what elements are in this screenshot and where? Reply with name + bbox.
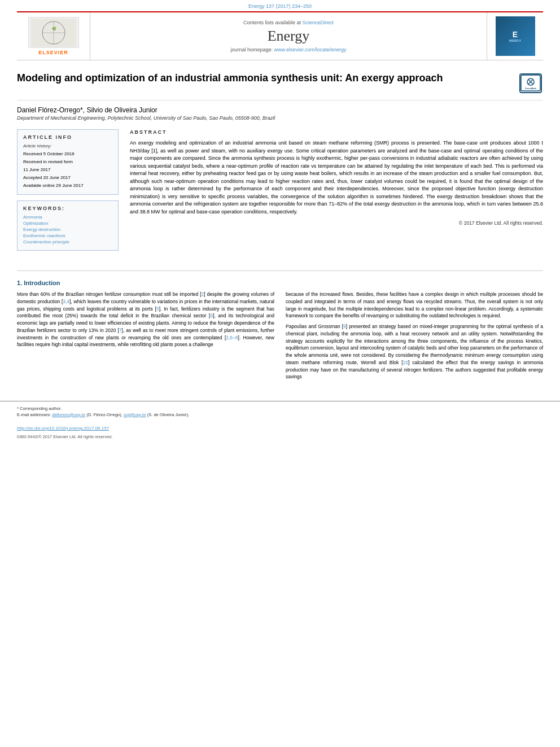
- accepted-value: Accepted 20 June 2017: [23, 175, 71, 180]
- elsevier-logo: 🌿 ELSEVIER: [28, 17, 79, 55]
- citation-text: Energy 137 (2017) 234–250: [248, 3, 312, 9]
- affiliation: Department of Mechanical Engineering, Po…: [17, 115, 543, 121]
- email-1-link[interactable]: daflorezo@usp.br: [52, 412, 85, 417]
- science-direct-anchor[interactable]: ScienceDirect: [303, 20, 334, 25]
- online-value: Available online 29 June 2017: [23, 183, 84, 188]
- ref-6-link[interactable]: 6: [210, 313, 213, 318]
- elsevier-label: ELSEVIER: [38, 50, 68, 55]
- issn-line: 0360-5442/© 2017 Elsevier Ltd. All right…: [0, 433, 560, 440]
- svg-text:CrossMark: CrossMark: [524, 87, 536, 90]
- journal-header-left: 🌿 ELSEVIER: [17, 12, 90, 60]
- page-wrapper: Energy 137 (2017) 234–250 🌿 ELSEVIER: [0, 0, 560, 440]
- main-content: Modeling and optimization of an industri…: [0, 60, 560, 262]
- article-info-box: ARTICLE INFO Article history: Received 5…: [17, 129, 119, 195]
- intro-heading: 1. Introduction: [17, 279, 543, 286]
- two-column-layout: ARTICLE INFO Article history: Received 5…: [17, 129, 543, 251]
- authors: Daniel Flórez-Orrego*, Silvio de Oliveir…: [17, 106, 543, 114]
- elsevier-logo-image: 🌿: [28, 17, 79, 48]
- revised-label: Received in revised form: [23, 159, 73, 164]
- article-history-header: Article history:: [23, 143, 112, 148]
- body-columns: More than 60% of the Brazilian nitrogen …: [17, 291, 543, 384]
- intro-para-3: Papoulias and Grossman [9] presented an …: [286, 323, 543, 381]
- body-col-right: because of the increased flows. Besides,…: [286, 291, 543, 384]
- ref-34-link[interactable]: 3,4: [63, 299, 69, 304]
- online-item: Available online 29 June 2017: [23, 182, 112, 188]
- crossmark-badge[interactable]: CrossMark: [518, 72, 543, 94]
- email-2-link[interactable]: soji@usp.br: [124, 412, 146, 417]
- body-col-left: More than 60% of the Brazilian nitrogen …: [17, 291, 274, 384]
- intro-section: 1. Introduction More than 60% of the Bra…: [0, 279, 560, 395]
- keyword-3[interactable]: Exergy destruction: [23, 227, 112, 232]
- copyright-line: © 2017 Elsevier Ltd. All rights reserved…: [130, 220, 543, 226]
- journal-header-right: E NERGY: [487, 12, 543, 60]
- doi-link[interactable]: http://dx.doi.org/10.1016/j.energy.2017.…: [17, 426, 109, 431]
- ref-268-link[interactable]: 2,6–8: [226, 335, 238, 340]
- energy-badge: E NERGY: [496, 16, 535, 56]
- email-note: E-mail addresses: daflorezo@usp.br (D. F…: [17, 412, 543, 418]
- keyword-1[interactable]: Ammonia: [23, 215, 112, 220]
- ref-9-link[interactable]: 9: [343, 324, 346, 329]
- keyword-2[interactable]: Optimization: [23, 221, 112, 226]
- footnote-section: * Corresponding author. E-mail addresses…: [0, 401, 560, 422]
- left-column: ARTICLE INFO Article history: Received 5…: [17, 129, 119, 251]
- article-title-section: Modeling and optimization of an industri…: [17, 72, 543, 101]
- revised-item: Received in revised form: [23, 158, 112, 164]
- history-label: Article history:: [23, 143, 112, 148]
- crossmark-icon: CrossMark: [519, 73, 542, 93]
- keyword-4[interactable]: Exothermic reactions: [23, 233, 112, 238]
- svg-text:🌿: 🌿: [51, 27, 56, 31]
- science-direct-link: Contents lists available at ScienceDirec…: [243, 20, 334, 25]
- keyword-5[interactable]: Counteraction principle: [23, 239, 112, 244]
- revised-date: 11 June 2017: [23, 167, 51, 172]
- citation-bar: Energy 137 (2017) 234–250: [0, 0, 560, 11]
- received-value: Received 5 October 2016: [23, 151, 75, 156]
- abstract-label: ABSTRACT: [130, 129, 543, 135]
- ref-2-link[interactable]: 2: [202, 291, 204, 297]
- received-item: Received 5 October 2016: [23, 150, 112, 156]
- keywords-box: Keywords: Ammonia Optimization Exergy de…: [17, 200, 119, 251]
- ref-10-link[interactable]: 10: [403, 360, 408, 365]
- article-title: Modeling and optimization of an industri…: [17, 72, 518, 85]
- abstract-text: An exergy modeling and optimization of a…: [130, 139, 543, 216]
- journal-homepage-link[interactable]: www.elsevier.com/locate/energy: [274, 47, 347, 53]
- intro-para-1: More than 60% of the Brazilian nitrogen …: [17, 291, 274, 348]
- accepted-item: Accepted 20 June 2017: [23, 174, 112, 180]
- revised-date-item: 11 June 2017: [23, 166, 112, 172]
- journal-header-center: Contents lists available at ScienceDirec…: [90, 12, 487, 60]
- intro-para-2: because of the increased flows. Besides,…: [286, 291, 543, 320]
- keywords-label: Keywords:: [23, 206, 112, 211]
- article-info-label: ARTICLE INFO: [23, 134, 112, 140]
- right-column: ABSTRACT An exergy modeling and optimiza…: [130, 129, 543, 251]
- journal-name: Energy: [268, 28, 310, 45]
- corresponding-author-note: * Corresponding author.: [17, 406, 543, 412]
- journal-homepage: journal homepage: www.elsevier.com/locat…: [230, 47, 346, 53]
- ref-7-link[interactable]: 7: [119, 327, 122, 333]
- section-divider: [17, 270, 543, 271]
- article-title-text: Modeling and optimization of an industri…: [17, 72, 506, 85]
- authors-section: Daniel Flórez-Orrego*, Silvio de Oliveir…: [17, 106, 543, 121]
- journal-header: 🌿 ELSEVIER Contents lists available at S…: [17, 11, 543, 60]
- ref-5-link[interactable]: 5: [156, 306, 159, 312]
- doi-section: http://dx.doi.org/10.1016/j.energy.2017.…: [0, 422, 560, 433]
